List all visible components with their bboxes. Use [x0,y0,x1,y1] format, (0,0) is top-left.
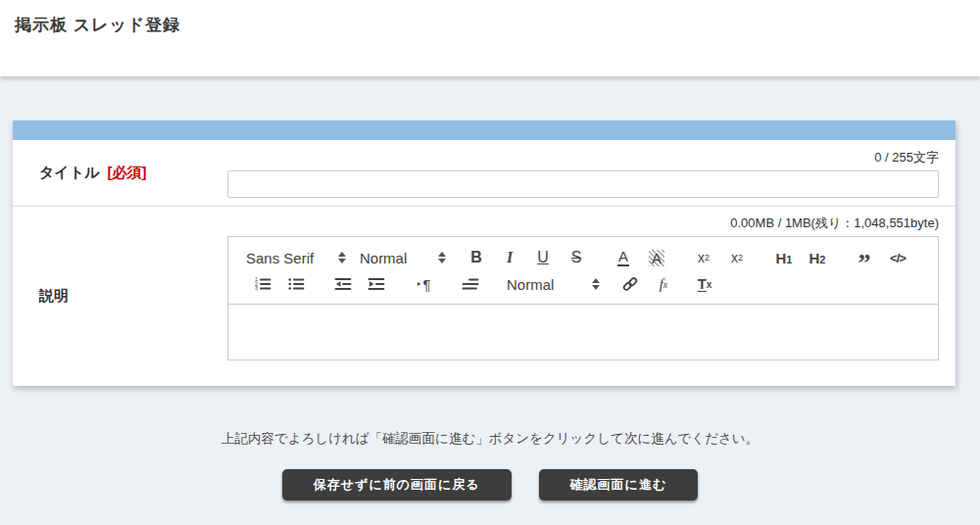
strikethrough-icon[interactable]: S [562,246,591,269]
toolbar-row-1: Sans Serif Normal B I U S [246,245,928,271]
title-cell: 0 / 255文字 [227,148,956,198]
title-label: タイトル [必須] [13,164,227,182]
font-picker-label: Sans Serif [246,250,314,266]
ordered-list-icon[interactable]: 1 2 3 [248,272,277,296]
button-row: 保存せずに前の画面に戻る 確認画面に進む [0,469,980,501]
header-group: H1 H2 [767,246,834,269]
blockquote-icon[interactable]: ” [850,240,879,275]
clean-formatting-icon[interactable]: Tx [690,272,719,296]
size-picker-label: Normal [507,276,554,293]
bold-icon[interactable]: B [462,246,491,269]
svg-text:3: 3 [255,285,258,291]
color-group: A A [607,246,673,269]
description-label-text: 説明 [39,287,69,304]
picker-arrows-icon [338,252,346,263]
text-direction-icon[interactable]: ‣¶ [409,272,438,296]
heading-picker-label: Normal [360,250,407,266]
align-icon[interactable] [456,272,485,296]
insert-group: fx Tx [613,272,721,296]
size-picker[interactable]: Normal [507,272,600,296]
formula-icon[interactable]: fx [649,272,678,296]
editor-toolbar: Sans Serif Normal B I U S [228,237,938,305]
page-title: 掲示板 スレッド登録 [0,0,980,36]
align-group [454,272,487,296]
format-group: B I U S [460,246,593,269]
superscript-icon[interactable]: x2 [722,246,752,269]
script-group: x2 x2 [687,246,754,269]
header-2-icon[interactable]: H2 [803,246,832,269]
text-color-icon[interactable]: A [609,246,638,269]
required-badge: [必須] [108,164,147,180]
list-group: 1 2 3 [246,272,313,296]
back-button[interactable]: 保存せずに前の画面に戻る [282,469,512,501]
indent-group [326,272,393,296]
panel-accent-bar [13,120,956,140]
picker-arrows-icon [592,278,600,290]
app-header: 掲示板 スレッド登録 [0,0,980,76]
italic-icon[interactable]: I [495,246,524,269]
font-picker[interactable]: Sans Serif [246,246,346,269]
subscript-icon[interactable]: x2 [689,246,718,269]
instruction-text: 上記内容でよろしければ「確認画面に進む」ボタンをクリックして次に進んでください。 [0,430,980,448]
title-input[interactable] [227,170,939,198]
title-char-counter: 0 / 255文字 [227,150,939,166]
indent-icon[interactable] [362,272,391,296]
outdent-icon[interactable] [328,272,358,296]
code-block-icon[interactable]: </> [883,246,912,269]
direction-group: ‣¶ [407,272,440,296]
link-icon[interactable] [615,272,645,296]
heading-picker[interactable]: Normal [360,246,446,269]
header-1-icon[interactable]: H1 [769,246,799,269]
description-size-counter: 0.00MB / 1MB(残り：1,048,551byte) [227,215,939,231]
description-row: 説明 0.00MB / 1MB(残り：1,048,551byte) Sans S… [13,206,956,386]
thread-form-panel: タイトル [必須] 0 / 255文字 説明 0.00MB / 1MB(残り：1… [13,120,956,386]
bullet-list-icon[interactable] [281,272,311,296]
picker-arrows-icon [438,252,446,263]
description-cell: 0.00MB / 1MB(残り：1,048,551byte) Sans Seri… [227,214,956,380]
title-row: タイトル [必須] 0 / 255文字 [13,140,956,206]
rich-text-editor: Sans Serif Normal B I U S [227,236,939,360]
underline-icon[interactable]: U [528,246,558,269]
title-label-text: タイトル [39,164,99,180]
editor-content-area[interactable] [228,305,938,359]
toolbar-row-2: 1 2 3 [246,271,928,298]
block-group: ” </> [848,240,914,275]
background-color-icon[interactable]: A [642,246,671,269]
proceed-button[interactable]: 確認画面に進む [539,469,699,501]
description-label: 説明 [13,287,227,306]
